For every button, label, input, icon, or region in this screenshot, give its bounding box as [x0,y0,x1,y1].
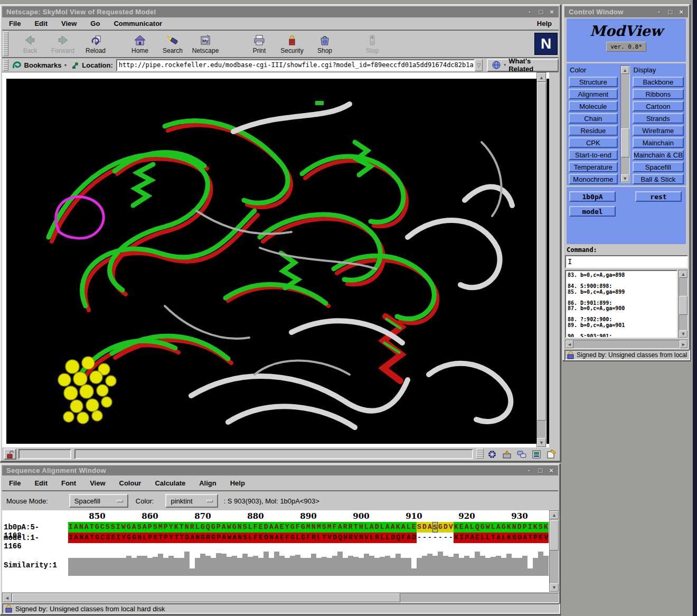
molecule-button-model[interactable]: model [569,206,616,217]
mailbox-icon[interactable] [500,449,514,460]
color-button-monochrome[interactable]: Monochrome [569,174,618,184]
toolbar-shop-button[interactable]: @Shop [308,33,341,55]
scroll-right-icon[interactable]: ► [680,340,687,348]
align-menu-font[interactable]: Font [54,479,83,487]
command-input[interactable]: I [565,255,688,268]
location-dropdown-button[interactable]: ▽ [475,59,483,71]
align-menu-view[interactable]: View [83,479,112,487]
minimize-icon[interactable]: · [525,8,534,16]
maximize-icon[interactable]: □ [536,8,545,16]
panel-vscrollbar[interactable]: ▲ ▼ [620,66,630,183]
toolbar-print-button[interactable]: Print [243,33,276,55]
scroll-up-icon[interactable]: ▲ [537,73,546,82]
display-button-mainchain[interactable]: Mainchain [633,137,684,148]
seq2-segment-red2[interactable]: KIPAELLTALKSDATPEV [454,533,549,543]
align-menu-align[interactable]: Align [192,479,223,487]
seq1-segment-green2[interactable]: KEALQGWLAGKNDPIKSK [454,522,549,533]
menu-help[interactable]: Help [530,20,559,27]
log-vscroll-thumb[interactable] [679,296,687,315]
display-button-cartoon[interactable]: Cartoon [633,101,684,111]
scroll-down-icon[interactable]: ▼ [537,438,546,447]
align-menu-calculate[interactable]: Calculate [148,479,192,487]
maximize-icon[interactable]: □ [666,8,675,16]
navigator-icon[interactable] [485,449,500,460]
display-button-mainchain-cb[interactable]: Mainchain & CB [633,150,684,160]
sequence-hscrollbar[interactable]: ◄ [2,593,559,603]
color-button-start-to-end[interactable]: Start-to-end [569,150,618,160]
sequence-vscrollbar[interactable]: ▲ ▼ [549,510,559,592]
locationbar-grip[interactable] [3,59,8,71]
molecule-render[interactable] [6,79,549,444]
scroll-up-icon[interactable]: ▲ [550,511,559,519]
seq2-segment-red1[interactable]: IANATGCSSIYGGNLPSTPYTTDANGRGPAWANSLFEDNA… [68,533,417,543]
page-vscroll-thumb[interactable] [537,82,546,421]
align-menu-help[interactable]: Help [223,479,252,487]
composer-icon[interactable] [544,449,559,460]
maximize-icon[interactable]: □ [536,466,545,474]
bookmark-icon[interactable] [12,59,22,71]
minimize-icon[interactable]: · [525,466,534,474]
sequence-vscroll-thumb[interactable] [550,520,559,550]
scroll-up-icon[interactable]: ▲ [621,66,629,74]
display-button-spacefill[interactable]: Spacefill [633,162,684,172]
menu-communicator[interactable]: Communicator [107,20,169,27]
seq2-gap[interactable]: ------- [417,533,454,543]
seq1-segment-green1[interactable]: IANATGCSSIWGASAPSMPYKTNRLGQGPAWGNSLFEDAA… [68,522,417,533]
log-vscrollbar[interactable]: ▲ ▼ [679,270,688,338]
menu-edit[interactable]: Edit [27,20,54,27]
display-button-wireframe[interactable]: Wireframe [633,125,684,136]
scroll-down-icon[interactable]: ▼ [679,330,687,338]
align-menu-edit[interactable]: Edit [27,479,54,487]
toolbar-grip[interactable] [3,32,8,56]
toolbar-home-button[interactable]: Home [124,33,156,55]
close-icon[interactable]: × [677,8,686,16]
whats-related-button[interactable]: ▼ What's Related [487,59,559,72]
sequence-panel[interactable]: 850860870880890900910920930 1b0pA:5-1168… [2,510,549,592]
location-input[interactable]: http://pipe.rockefeller.edu/modbase-cgi-… [116,59,475,71]
scroll-down-icon[interactable]: ▼ [550,583,559,592]
toolbar-netscape-button[interactable]: MyNetscape [189,33,222,55]
panel-vscroll-thumb[interactable] [621,128,629,157]
color-button-cpk[interactable]: CPK [569,137,618,148]
addressbook-icon[interactable] [529,449,544,460]
toolbar-reload-button[interactable]: Reload [79,33,112,55]
location-icon[interactable] [71,59,81,71]
color-button-structure[interactable]: Structure [569,77,618,87]
minimize-icon[interactable]: · [655,8,664,16]
display-button-backbone[interactable]: Backbone [633,77,684,87]
toolbar-search-button[interactable]: Search [156,33,189,55]
mouse-mode-dropdown[interactable]: Spacefill [69,494,128,508]
sequence-hscroll-thumb[interactable] [12,593,400,602]
scroll-up-icon[interactable]: ▲ [679,270,687,278]
scroll-left-icon[interactable]: ◄ [3,593,12,602]
align-menu-file[interactable]: File [2,479,27,487]
color-button-residue[interactable]: Residue [569,125,618,136]
menu-view[interactable]: View [54,20,83,27]
alignment-titlebar[interactable]: Sequence Alignment Window · □ × [2,465,558,475]
netscape-logo[interactable]: N [534,33,558,55]
page-vscrollbar[interactable]: ▲ ▼ [536,72,547,447]
align-menu-colour[interactable]: Colour [112,479,148,487]
molecule-button-1b0pA[interactable]: 1b0pA [569,191,616,202]
componentbar-grip[interactable] [476,449,484,459]
log-hscrollbar[interactable]: ◄ ► [565,340,688,349]
display-button-ribbons[interactable]: Ribbons [633,89,684,99]
seq1-segment-yellow-post[interactable]: GDV [438,522,454,533]
close-icon[interactable]: × [547,466,556,474]
bookmarks-label[interactable]: Bookmarks [22,61,64,69]
menu-go[interactable]: Go [83,20,107,27]
close-icon[interactable]: × [548,8,557,16]
bookmarks-dropdown-icon[interactable]: ▼ [63,63,67,67]
scroll-left-icon[interactable]: ◄ [566,340,573,348]
display-button-strands[interactable]: Strands [633,113,684,124]
menu-file[interactable]: File [2,20,27,27]
scroll-down-icon[interactable]: ▼ [621,174,629,182]
security-status-button[interactable] [4,449,16,460]
discussions-icon[interactable] [514,449,529,460]
rest-button[interactable]: rest [635,191,682,202]
color-dropdown[interactable]: pinktint [165,494,218,508]
seq1-selected-residue[interactable]: S [432,522,438,533]
color-button-temperature[interactable]: Temperature [569,162,618,172]
control-titlebar[interactable]: Control Window · □ × [564,6,688,17]
color-button-chain[interactable]: Chain [569,113,618,124]
